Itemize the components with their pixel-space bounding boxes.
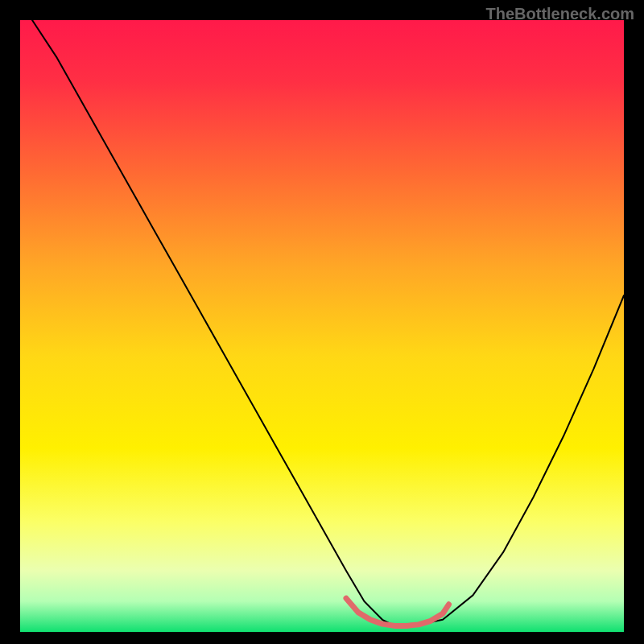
chart-plot-area xyxy=(20,20,624,632)
watermark-label: TheBottleneck.com xyxy=(486,5,634,23)
bottleneck-chart xyxy=(20,20,624,632)
gradient-background xyxy=(20,20,624,632)
